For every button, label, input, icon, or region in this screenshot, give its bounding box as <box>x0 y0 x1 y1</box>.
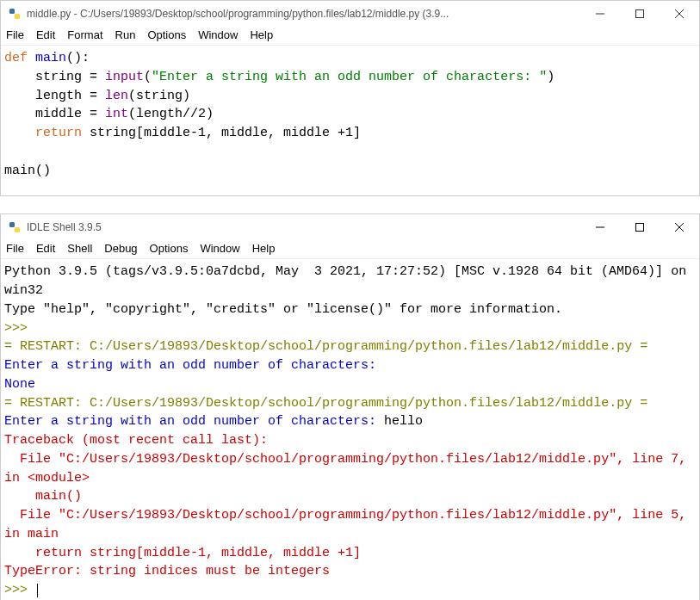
maximize-button[interactable] <box>620 1 660 27</box>
code-text: ) <box>547 70 554 84</box>
maximize-button[interactable] <box>620 214 660 240</box>
menu-help[interactable]: Help <box>252 242 276 255</box>
code-text: string = <box>4 70 105 84</box>
shell-traceback: main() <box>4 489 82 504</box>
svg-line-4 <box>675 9 684 18</box>
code-text: (): <box>66 51 90 65</box>
shell-traceback: return string[middle-1, middle, middle +… <box>4 546 361 560</box>
editor-title: middle.py - C:/Users/19893/Desktop/schoo… <box>25 8 580 20</box>
shell-title: IDLE Shell 3.9.5 <box>25 221 580 233</box>
svg-line-11 <box>675 223 684 232</box>
shell-user-input: hello <box>384 414 423 429</box>
menu-help[interactable]: Help <box>250 28 273 41</box>
svg-rect-7 <box>15 227 20 232</box>
shell-window-buttons <box>580 214 699 240</box>
shell-prompt: >>> <box>4 321 28 336</box>
python-shell-icon <box>4 220 25 234</box>
minimize-button[interactable] <box>580 214 620 240</box>
python-file-icon <box>4 7 25 21</box>
restart-line: RESTART: C:/Users/19893/Desktop/school/p… <box>12 339 640 354</box>
menu-format[interactable]: Format <box>67 28 102 41</box>
menu-edit[interactable]: Edit <box>36 28 55 41</box>
restart-marker: = <box>4 339 12 354</box>
code-text: middle = <box>4 107 105 121</box>
shell-output-area[interactable]: Python 3.9.5 (tags/v3.9.5:0a7dcbd, May 3… <box>1 259 699 600</box>
shell-banner: Type "help", "copyright", "credits" or "… <box>4 302 562 317</box>
restart-marker: = <box>640 339 647 354</box>
menu-file[interactable]: File <box>6 242 24 255</box>
shell-menubar: File Edit Shell Debug Options Window Hel… <box>1 240 699 259</box>
string-literal: "Enter a string with an odd number of ch… <box>152 70 547 84</box>
menu-edit[interactable]: Edit <box>36 242 55 255</box>
restart-marker: = <box>640 396 647 411</box>
kw-def: def <box>4 51 28 65</box>
menu-window[interactable]: Window <box>198 28 238 41</box>
code-text: ( <box>144 70 152 84</box>
svg-line-10 <box>675 223 684 232</box>
kw-return: return <box>4 126 82 140</box>
shell-error: TypeError: string indices must be intege… <box>4 564 330 578</box>
menu-options[interactable]: Options <box>147 28 186 41</box>
minimize-button[interactable] <box>580 1 620 27</box>
editor-window-buttons <box>580 1 699 27</box>
close-button[interactable] <box>660 1 699 27</box>
svg-rect-0 <box>9 9 15 14</box>
shell-prompt: >>> <box>4 583 28 597</box>
code-text: main() <box>4 164 51 178</box>
shell-stdout: None <box>4 377 35 392</box>
svg-rect-6 <box>9 222 15 227</box>
code-text: length = <box>4 89 105 103</box>
menu-debug[interactable]: Debug <box>104 242 137 255</box>
builtin-len: len <box>105 89 128 103</box>
shell-banner: Python 3.9.5 (tags/v3.9.5:0a7dcbd, May 3… <box>4 264 694 298</box>
func-name: main <box>28 51 66 65</box>
window-gap <box>0 196 700 213</box>
shell-titlebar[interactable]: IDLE Shell 3.9.5 <box>1 214 699 240</box>
builtin-input: input <box>105 70 144 84</box>
menu-file[interactable]: File <box>6 28 24 41</box>
shell-traceback: File "C:/Users/19893/Desktop/school/prog… <box>4 508 694 541</box>
code-text: (string) <box>128 89 190 103</box>
restart-marker: = <box>4 396 12 411</box>
code-text: string[middle-1, middle, middle +1] <box>82 126 361 140</box>
builtin-int: int <box>105 107 128 121</box>
editor-titlebar[interactable]: middle.py - C:/Users/19893/Desktop/schoo… <box>1 1 699 27</box>
svg-rect-9 <box>636 224 644 232</box>
code-text: (length//2) <box>128 107 214 121</box>
menu-options[interactable]: Options <box>150 242 189 255</box>
menu-window[interactable]: Window <box>200 242 239 255</box>
editor-code-area[interactable]: def main(): string = input("Enter a stri… <box>1 46 699 195</box>
shell-traceback: File "C:/Users/19893/Desktop/school/prog… <box>4 452 694 486</box>
editor-menubar: File Edit Format Run Options Window Help <box>1 27 699 46</box>
close-button[interactable] <box>660 214 699 240</box>
text-cursor <box>37 584 38 597</box>
restart-line: RESTART: C:/Users/19893/Desktop/school/p… <box>12 396 640 411</box>
menu-run[interactable]: Run <box>115 28 136 41</box>
editor-window: middle.py - C:/Users/19893/Desktop/schoo… <box>0 0 700 196</box>
menu-shell[interactable]: Shell <box>67 242 92 255</box>
svg-rect-3 <box>636 10 644 18</box>
shell-traceback: Traceback (most recent call last): <box>4 433 268 448</box>
shell-window: IDLE Shell 3.9.5 File Edit Shell Debug O… <box>0 213 700 600</box>
shell-stdout: Enter a string with an odd number of cha… <box>4 414 384 429</box>
svg-rect-1 <box>15 14 20 19</box>
shell-stdout: Enter a string with an odd number of cha… <box>4 358 384 373</box>
svg-line-5 <box>675 9 684 18</box>
